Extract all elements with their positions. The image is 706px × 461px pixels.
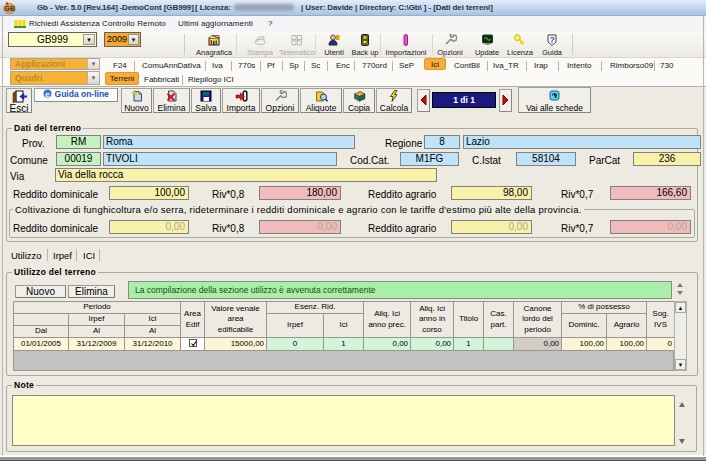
svg-text:e: e: [45, 90, 50, 99]
svg-text:GB: GB: [4, 5, 14, 12]
svg-text:?: ?: [549, 35, 554, 45]
